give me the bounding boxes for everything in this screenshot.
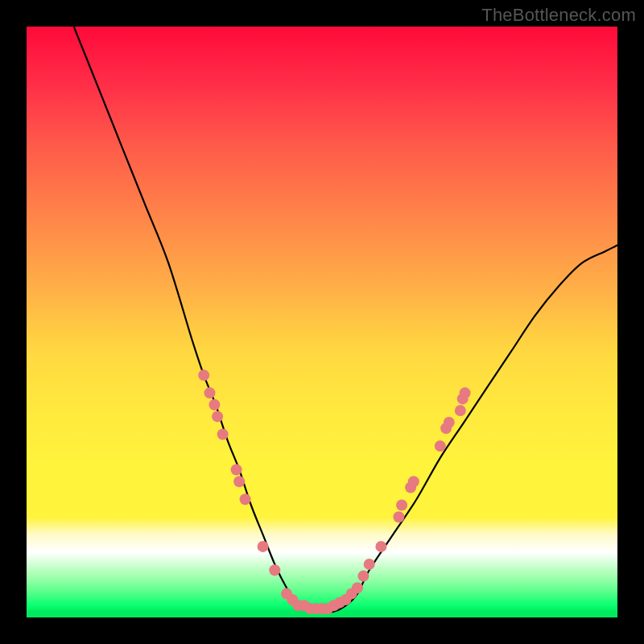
data-point: [269, 564, 280, 576]
data-point: [455, 405, 466, 416]
chart-svg: [27, 27, 617, 617]
data-point: [204, 387, 216, 398]
data-point: [217, 429, 229, 440]
data-dots: [198, 369, 470, 614]
data-point: [233, 476, 245, 487]
data-point: [375, 541, 386, 552]
data-point: [258, 541, 269, 552]
data-point: [352, 582, 363, 593]
data-point: [231, 464, 242, 476]
data-point: [357, 571, 369, 582]
data-point: [435, 440, 446, 452]
watermark-text: TheBottleneck.com: [481, 5, 636, 26]
chart-frame: TheBottleneck.com: [0, 0, 644, 644]
data-point: [444, 417, 455, 428]
data-point: [198, 369, 209, 381]
data-point: [240, 493, 251, 505]
data-point: [408, 476, 419, 487]
bottleneck-curve: [74, 27, 617, 612]
data-point: [364, 559, 375, 570]
data-point: [212, 411, 223, 422]
plot-area: [27, 27, 617, 617]
data-point: [460, 387, 471, 398]
data-point: [393, 511, 404, 522]
data-point: [396, 500, 407, 511]
data-point: [208, 399, 220, 411]
